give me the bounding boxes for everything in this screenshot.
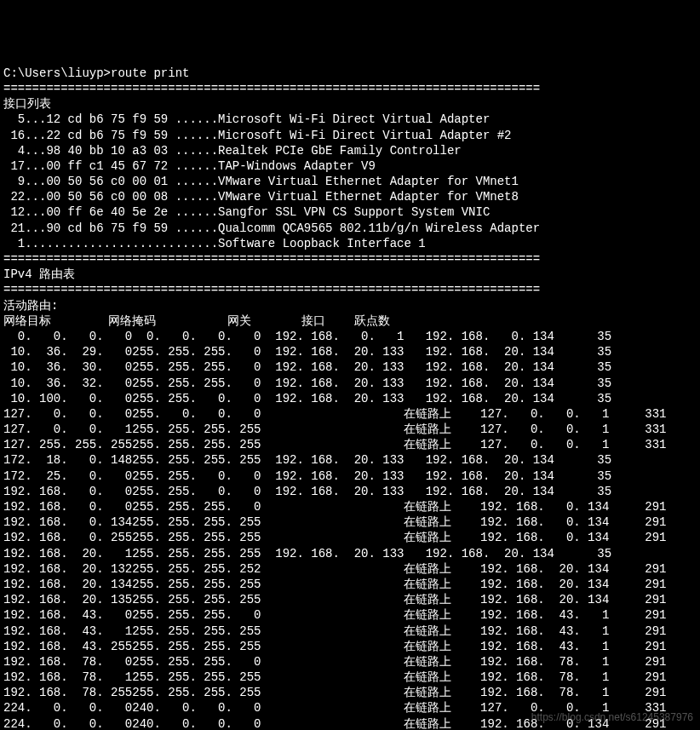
terminal-line: 192. 168. 20. 132255. 255. 255. 252 在链路上… [3, 561, 697, 577]
terminal-line: 127. 0. 0. 1255. 255. 255. 255 在链路上 127.… [3, 422, 697, 437]
terminal-line: 5...12 cd b6 75 f9 59 ......Microsoft Wi… [3, 112, 697, 127]
terminal-line: 127. 255. 255. 255255. 255. 255. 255 在链路… [3, 437, 697, 452]
terminal-line: IPv4 路由表 [3, 267, 697, 282]
terminal-line: 17...00 ff c1 45 67 72 ......TAP-Windows… [3, 158, 697, 174]
terminal-line: 16...22 cd b6 75 f9 59 ......Microsoft W… [3, 128, 697, 143]
terminal-line: 192. 168. 0. 134255. 255. 255. 255 在链路上 … [3, 514, 697, 530]
terminal-line: 172. 25. 0. 0255. 255. 0. 0 192. 168. 20… [3, 468, 697, 484]
terminal-line: 10. 36. 30. 0255. 255. 255. 0 192. 168. … [3, 359, 697, 375]
terminal-line: 网络目标 网络掩码 网关 接口 跃点数 [3, 313, 697, 329]
terminal-line: 10. 36. 32. 0255. 255. 255. 0 192. 168. … [3, 376, 697, 391]
terminal-line: 172. 18. 0. 148255. 255. 255. 255 192. 1… [3, 452, 697, 468]
terminal-line: 192. 168. 0. 255255. 255. 255. 255 在链路上 … [3, 530, 697, 545]
terminal-line: ========================================… [3, 81, 697, 96]
terminal-line: 192. 168. 0. 0255. 255. 0. 0 192. 168. 2… [3, 484, 697, 499]
terminal-line: 12...00 ff 6e 40 5e 2e ......Sangfor SSL… [3, 204, 697, 220]
terminal-line: ========================================… [3, 282, 697, 297]
terminal-line: 192. 168. 43. 1255. 255. 255. 255 在链路上 1… [3, 624, 697, 639]
terminal-line: 4...98 40 bb 10 a3 03 ......Realtek PCIe… [3, 143, 697, 158]
terminal-line: 192. 168. 43. 255255. 255. 255. 255 在链路上… [3, 639, 697, 654]
terminal-line: 192. 168. 20. 135255. 255. 255. 255 在链路上… [3, 592, 697, 607]
terminal-line: 活动路由: [3, 298, 697, 313]
terminal-line: 9...00 50 56 c0 00 01 ......VMware Virtu… [3, 174, 697, 189]
terminal-line: 127. 0. 0. 0255. 0. 0. 0 在链路上 127. 0. 0.… [3, 406, 697, 422]
terminal-line: ========================================… [3, 251, 697, 267]
terminal-line: 10. 100. 0. 0255. 255. 0. 0 192. 168. 20… [3, 391, 697, 406]
terminal-line: 192. 168. 0. 0255. 255. 255. 0 在链路上 192.… [3, 499, 697, 514]
terminal-line: 1...........................Software Loo… [3, 236, 697, 251]
terminal-line: 22...00 50 56 c0 00 08 ......VMware Virt… [3, 189, 697, 204]
terminal-output: C:\Users\liuyp>route print==============… [3, 66, 697, 730]
terminal-line: 192. 168. 43. 0255. 255. 255. 0 在链路上 192… [3, 607, 697, 623]
terminal-line: 192. 168. 78. 255255. 255. 255. 255 在链路上… [3, 685, 697, 700]
terminal-line: C:\Users\liuyp>route print [3, 66, 697, 81]
terminal-line: 192. 168. 78. 1255. 255. 255. 255 在链路上 1… [3, 670, 697, 685]
terminal-line: 192. 168. 20. 134255. 255. 255. 255 在链路上… [3, 577, 697, 592]
terminal-line: 10. 36. 29. 0255. 255. 255. 0 192. 168. … [3, 344, 697, 359]
watermark: https://blog.csdn.net/s61245387976 [531, 711, 693, 725]
terminal-line: 0. 0. 0. 0 0. 0. 0. 0 192. 168. 0. 1 192… [3, 329, 697, 344]
terminal-line: 192. 168. 20. 1255. 255. 255. 255 192. 1… [3, 546, 697, 561]
terminal-line: 192. 168. 78. 0255. 255. 255. 0 在链路上 192… [3, 654, 697, 670]
terminal-line: 21...90 cd b6 75 f9 59 ......Qualcomm QC… [3, 221, 697, 236]
terminal-line: 接口列表 [3, 96, 697, 112]
